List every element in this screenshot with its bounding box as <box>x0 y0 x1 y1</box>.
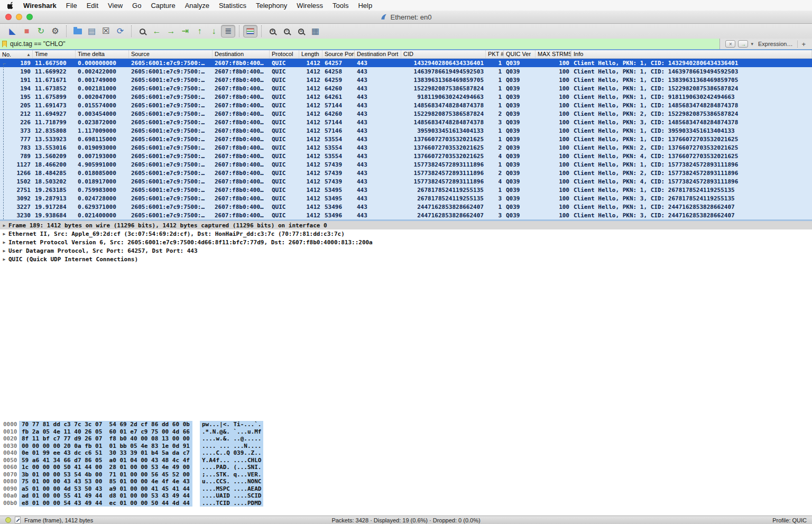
hex-ascii[interactable]: ....UAID ....SCID <box>200 492 264 500</box>
filter-dropdown-caret[interactable]: ▾ <box>751 41 753 47</box>
expand-arrow-icon[interactable]: ▶ <box>0 249 8 253</box>
hex-bytes[interactable]: 1c 00 00 00 50 41 44 00 28 01 00 00 53 4… <box>19 464 192 471</box>
menu-item-file[interactable]: File <box>61 2 82 10</box>
add-filter-button[interactable]: + <box>800 40 807 48</box>
column-header-max_strms[interactable]: MAX STRMS <box>536 50 571 58</box>
column-header-no[interactable]: No.▲ <box>0 50 33 58</box>
detail-line[interactable]: ▶Ethernet II, Src: Apple_69:2d:cf (3c:07… <box>0 229 812 238</box>
packet-row[interactable]: 21211.6949270.0034540002605:6001:e7c9:75… <box>0 109 812 118</box>
hex-bytes[interactable]: 70 77 81 dd c3 7c 3c 07 54 69 2d cf 86 d… <box>19 421 192 428</box>
packet-row[interactable]: 275119.2631850.7599830002605:6001:e7c9:7… <box>0 186 812 194</box>
packet-row[interactable]: 150218.5032020.0189170002605:6001:e7c9:7… <box>0 177 812 186</box>
hex-bytes[interactable]: a5 01 00 00 4d 53 50 43 a9 01 00 00 41 4… <box>19 485 192 493</box>
column-header-quic_ver[interactable]: QUIC Ver <box>504 50 536 58</box>
column-header-info[interactable]: Info <box>571 50 812 58</box>
hex-ascii[interactable]: Y.A4f... ....CHLO <box>200 457 264 464</box>
go-back-icon[interactable]: ← <box>150 25 164 38</box>
go-forward-icon[interactable]: → <box>164 25 178 38</box>
column-header-cid[interactable]: CID <box>401 50 486 58</box>
hex-bytes[interactable]: 00 00 00 00 20 0a fb 01 01 bb 05 4e 83 1… <box>19 443 192 450</box>
packet-row[interactable]: 78313.5530160.0190930002605:6001:e7c9:75… <box>0 143 812 152</box>
packet-row[interactable]: 78913.5602090.0071930002605:6001:e7c9:75… <box>0 152 812 160</box>
hex-bytes[interactable]: 3b 01 00 00 53 54 4b 00 71 01 00 00 56 4… <box>19 471 192 479</box>
zoom-in-icon[interactable]: + <box>265 25 280 38</box>
hex-bytes[interactable]: fb 2a 05 4e 11 40 26 05 60 01 e7 c9 75 0… <box>19 428 192 436</box>
menu-item-wireless[interactable]: Wireless <box>292 2 328 10</box>
hex-ascii[interactable]: ....PAD. (...SNI. <box>200 464 264 471</box>
stop-capture-icon[interactable]: ■ <box>20 25 34 38</box>
menu-item-go[interactable]: Go <box>127 2 146 10</box>
column-header-destination[interactable]: Destination <box>213 50 270 58</box>
menu-item-capture[interactable]: Capture <box>146 2 180 10</box>
column-header-pkt[interactable]: PKT # <box>486 50 504 58</box>
packet-row[interactable]: 22611.7187990.0238720002605:6001:e7c9:75… <box>0 118 812 126</box>
packet-row[interactable]: 20511.6914730.0155740002605:6001:e7c9:75… <box>0 101 812 109</box>
packet-row[interactable]: 322719.9172840.6293710002605:6001:e7c9:7… <box>0 203 812 211</box>
status-profile[interactable]: Profile: QUIC <box>481 517 807 523</box>
packet-row[interactable]: 77713.5339230.6981150002605:6001:e7c9:75… <box>0 135 812 143</box>
expression-button[interactable]: Expression… <box>756 41 795 47</box>
detail-line[interactable]: ▶User Datagram Protocol, Src Port: 64257… <box>0 246 812 255</box>
capture-comment-icon[interactable] <box>15 517 21 523</box>
hex-ascii[interactable]: pw...|<. Ti-...`. <box>200 421 264 428</box>
close-file-icon[interactable]: ☒ <box>99 25 113 38</box>
hex-ascii[interactable]: .... ... ...N.... <box>200 443 264 450</box>
autoscroll-icon[interactable]: ≣ <box>221 25 235 38</box>
detail-line[interactable]: ▶QUIC (Quick UDP Internet Connections) <box>0 255 812 263</box>
packet-row[interactable]: 37312.8358081.1170090002605:6001:e7c9:75… <box>0 126 812 135</box>
apply-filter-button[interactable]: → <box>738 40 748 48</box>
restart-capture-icon[interactable]: ↻ <box>34 25 48 38</box>
find-packet-icon[interactable] <box>135 25 150 38</box>
expert-info-icon[interactable] <box>5 517 11 523</box>
hex-bytes[interactable]: e8 01 00 00 54 43 49 44 ec 01 00 00 50 4… <box>19 500 192 507</box>
capture-options-icon[interactable]: ⚙ <box>48 25 62 38</box>
start-capture-icon[interactable]: ◣ <box>5 25 20 38</box>
column-header-protocol[interactable]: Protocol <box>270 50 299 58</box>
go-first-icon[interactable]: ↑ <box>192 25 207 38</box>
zoom-window-button[interactable] <box>26 14 33 20</box>
bookmark-icon[interactable] <box>2 41 7 48</box>
packet-row[interactable]: 309219.2879130.0247280002605:6001:e7c9:7… <box>0 194 812 203</box>
goto-packet-icon[interactable]: ⇥ <box>178 25 192 38</box>
hex-ascii[interactable]: .*.N.@&. `...u.Mf <box>200 428 264 436</box>
menu-item-tools[interactable]: Tools <box>328 2 353 10</box>
close-window-button[interactable] <box>5 14 12 20</box>
menu-item-statistics[interactable]: Statistics <box>214 2 251 10</box>
menu-item-help[interactable]: Help <box>353 2 377 10</box>
expand-arrow-icon[interactable]: ▶ <box>0 257 8 262</box>
menu-item-view[interactable]: View <box>103 2 127 10</box>
detail-line[interactable]: ▶Internet Protocol Version 6, Src: 2605:… <box>0 238 812 246</box>
save-file-icon[interactable]: ▤ <box>85 25 99 38</box>
packet-row[interactable]: 19111.6716710.0017490002605:6001:e7c9:75… <box>0 76 812 84</box>
hex-bytes[interactable]: 59 a6 41 34 66 d7 86 05 a0 01 04 00 43 4… <box>19 457 192 464</box>
packet-row[interactable]: 19011.6699220.0024220002605:6001:e7c9:75… <box>0 67 812 76</box>
packet-row[interactable]: 126618.4842850.0180850002605:6001:e7c9:7… <box>0 169 812 177</box>
expand-arrow-icon[interactable]: ▶ <box>0 240 8 245</box>
go-last-icon[interactable]: ↓ <box>207 25 221 38</box>
hex-bytes[interactable]: 75 01 00 00 43 43 53 00 85 01 00 00 4e 4… <box>19 478 192 485</box>
packet-row[interactable]: 19411.6738520.0021810002605:6001:e7c9:75… <box>0 84 812 93</box>
packet-row[interactable]: 323019.9386840.0214000002605:6001:e7c9:7… <box>0 211 812 219</box>
zoom-out-icon[interactable]: − <box>280 25 294 38</box>
open-file-icon[interactable] <box>70 25 85 38</box>
apple-logo-icon[interactable] <box>3 2 19 10</box>
filter-input[interactable]: quic.tag == "CHLO" <box>0 39 720 49</box>
hex-ascii[interactable]: ....TCID ....PDMD <box>200 500 264 507</box>
packet-row[interactable]: 112718.4662004.9059910002605:6001:e7c9:7… <box>0 160 812 169</box>
resize-columns-icon[interactable]: ▦ <box>308 25 322 38</box>
hex-ascii[interactable]: ....MSPC ....AEAD <box>200 485 264 493</box>
hex-ascii[interactable]: u...CCS. ....NONC <box>200 478 264 485</box>
reload-file-icon[interactable]: ⟳ <box>113 25 127 38</box>
packet-row[interactable]: 18911.6675000.0000000002605:6001:e7c9:75… <box>0 59 812 67</box>
clear-filter-button[interactable]: × <box>725 40 735 48</box>
hex-bytes[interactable]: 0e 01 99 ee 43 dc c6 51 30 33 39 01 b4 5… <box>19 449 192 457</box>
hex-bytes[interactable]: 8f 11 bf c7 77 d9 26 07 f8 b0 40 00 08 1… <box>19 435 192 443</box>
packet-row[interactable]: 19511.6758990.0020470002605:6001:e7c9:75… <box>0 93 812 101</box>
menu-item-edit[interactable]: Edit <box>82 2 103 10</box>
menu-item-telephony[interactable]: Telephony <box>251 2 292 10</box>
menu-item-analyze[interactable]: Analyze <box>180 2 214 10</box>
zoom-original-icon[interactable]: = <box>294 25 308 38</box>
expand-arrow-icon[interactable]: ▶ <box>0 223 8 228</box>
hex-ascii[interactable]: ;...STK. q...VER. <box>200 471 264 479</box>
column-header-dst_port[interactable]: Destination Port <box>355 50 401 58</box>
